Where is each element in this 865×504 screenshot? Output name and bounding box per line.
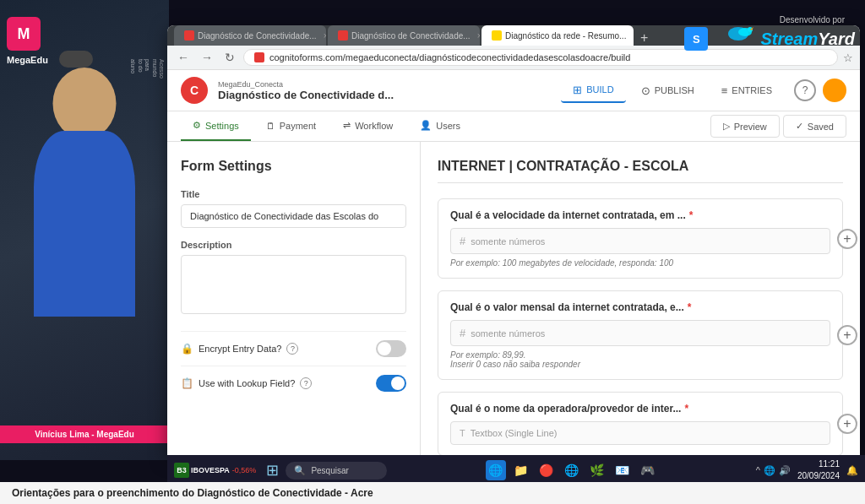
right-panel: INTERNET | CONTRATAÇÃO - ESCOLA Qual é a… <box>421 142 860 456</box>
app-nav-tabs: ⊞ BUILD ⊙ PUBLISH ≡ ENTRIES <box>561 79 784 103</box>
browser-tab-3[interactable]: Diagnóstico da rede - Resumo... × <box>481 25 634 46</box>
tab-2-label: Diagnóstico de Conectividade... <box>351 31 471 41</box>
title-input[interactable] <box>181 204 406 228</box>
nav-tab-publish[interactable]: ⊙ PUBLISH <box>629 79 706 102</box>
taskbar-search[interactable]: 🔍 Pesquisar <box>286 462 387 480</box>
new-tab-button[interactable]: + <box>635 30 653 46</box>
taskbar-icon-5[interactable]: 🌿 <box>587 460 607 480</box>
left-panel: Form Settings Title Description 🔒 Encryp… <box>167 142 421 456</box>
description-label: Description <box>181 240 406 250</box>
volume-icon[interactable]: 🔊 <box>779 465 791 476</box>
bottom-caption: Orientações para o preenchimento do Diag… <box>0 482 865 504</box>
network-icon[interactable]: 🌐 <box>764 465 775 476</box>
add-button-3[interactable]: + <box>837 414 857 434</box>
taskbar-icon-2[interactable]: 📁 <box>511 460 531 480</box>
sub-nav-settings[interactable]: ⚙ Settings <box>181 111 251 141</box>
presenter-name: Vinícius Lima - MegaEdu <box>0 425 169 443</box>
forward-button[interactable]: → <box>198 49 216 66</box>
tab-favicon-2 <box>338 30 348 41</box>
settings-label: Settings <box>205 121 239 131</box>
preview-label: Preview <box>734 122 767 132</box>
taskbar-icon-7[interactable]: 🎮 <box>638 460 658 480</box>
browser-window: Diagnóstico de Conectividade... × Diagnó… <box>167 25 860 456</box>
taskbar-icon-3[interactable]: 🔴 <box>536 460 557 480</box>
developed-by-text: Desenvolvido por <box>780 15 845 24</box>
app-subtitle: MegaEdu_Conecta <box>218 80 551 89</box>
lookup-toggle[interactable] <box>376 375 406 392</box>
webcam-area: M MegaEdu Acessomundoparato doaluno Viní… <box>0 0 169 460</box>
preview-button[interactable]: ▷ Preview <box>710 115 780 138</box>
mega-edu-overlay: M MegaEdu <box>7 17 48 66</box>
refresh-button[interactable]: ↻ <box>221 49 238 66</box>
tab-2-close[interactable]: × <box>477 31 480 41</box>
bookmark-icon[interactable]: ☆ <box>843 51 853 64</box>
app-logo: C <box>181 77 208 104</box>
chevron-icon[interactable]: ^ <box>756 465 760 475</box>
question-1-label: Qual é a velocidade da internet contrata… <box>450 209 830 221</box>
search-icon: 🔍 <box>294 465 306 476</box>
taskbar-icon-1[interactable]: 🌐 <box>486 460 506 480</box>
saved-icon: ✓ <box>796 121 803 132</box>
browser-tab-1[interactable]: Diagnóstico de Conectividade... × <box>174 25 326 46</box>
encrypt-toggle[interactable] <box>376 340 406 357</box>
encrypt-row: 🔒 Encrypt Entry Data? ? <box>181 331 406 366</box>
taskbar-time: 11:21 20/09/2024 <box>797 458 840 482</box>
system-icons: ^ 🌐 🔊 <box>756 465 791 476</box>
entries-icon: ≡ <box>721 84 728 97</box>
help-button[interactable]: ? <box>794 79 816 101</box>
encrypt-help-icon[interactable]: ? <box>286 343 298 355</box>
saved-label: Saved <box>808 122 834 132</box>
streamyard-text: StreamYard <box>760 30 855 49</box>
app-header: C MegaEdu_Conecta Diagnóstico de Conecti… <box>167 70 860 111</box>
question-2-label: Qual é o valor mensal da internet contra… <box>450 301 830 313</box>
sub-nav-workflow[interactable]: ⇌ Workflow <box>331 111 405 141</box>
tab-3-label: Diagnóstico da rede - Resumo... <box>505 31 626 41</box>
sub-nav-users[interactable]: 👤 Users <box>408 111 472 141</box>
caption-text: Orientações para o preenchimento do Diag… <box>12 487 373 499</box>
description-input[interactable] <box>181 255 406 314</box>
taskbar-icon-4[interactable]: 🌐 <box>562 460 582 480</box>
question-1-input[interactable]: # somente números <box>450 228 830 254</box>
build-label: BUILD <box>586 84 613 95</box>
publish-icon: ⊙ <box>641 84 650 97</box>
back-button[interactable]: ← <box>174 49 193 66</box>
tab-1-close[interactable]: × <box>324 31 326 41</box>
tab-3-close[interactable]: × <box>633 31 634 41</box>
add-button-1[interactable]: + <box>837 229 857 249</box>
tab-favicon-1 <box>184 30 194 41</box>
stock-change: -0,56% <box>232 466 257 474</box>
saved-button[interactable]: ✓ Saved <box>783 115 846 138</box>
question-2-hint: Por exemplo: 89,99. Inserir 0 caso não s… <box>450 350 830 369</box>
question-2-input[interactable]: # somente números <box>450 320 830 346</box>
lookup-row: 📋 Use with Lookup Field? ? <box>181 366 406 400</box>
sub-nav: ⚙ Settings 🗒 Payment ⇌ Workflow 👤 Users … <box>167 111 860 142</box>
user-avatar[interactable] <box>823 79 846 102</box>
lookup-help-icon[interactable]: ? <box>300 377 312 389</box>
bird-icon <box>713 25 755 51</box>
stock-name: IBOVESPA <box>191 466 230 474</box>
windows-start-button[interactable]: ⊞ <box>266 461 279 480</box>
section-title: INTERNET | CONTRATAÇÃO - ESCOLA <box>438 159 843 183</box>
workflow-icon: ⇌ <box>343 120 351 131</box>
stock-ticker: IBOVESPA -0,56% <box>191 466 256 474</box>
hash-icon-1: # <box>460 235 465 247</box>
search-text: Pesquisar <box>311 466 348 475</box>
nav-tab-entries[interactable]: ≡ ENTRIES <box>710 79 784 102</box>
main-content: Form Settings Title Description 🔒 Encryp… <box>167 142 860 456</box>
streamyard-icon: S <box>684 27 708 51</box>
hash-icon-2: # <box>460 327 465 339</box>
panel-title: Form Settings <box>181 159 406 174</box>
notification-icon[interactable]: 🔔 <box>846 465 858 476</box>
webcam-video: M MegaEdu Acessomundoparato doaluno Viní… <box>0 0 169 460</box>
question-3-input[interactable]: T Textbox (Single Line) <box>450 421 830 445</box>
publish-label: PUBLISH <box>655 85 694 95</box>
browser-tab-2[interactable]: Diagnóstico de Conectividade... × <box>328 25 480 46</box>
sub-nav-payment[interactable]: 🗒 Payment <box>254 112 328 141</box>
add-button-2[interactable]: + <box>837 325 857 345</box>
entries-label: ENTRIES <box>732 85 772 95</box>
payment-label: Payment <box>280 121 316 131</box>
nav-tab-build[interactable]: ⊞ BUILD <box>561 79 625 103</box>
mega-edu-text: MegaEdu <box>7 54 48 66</box>
sidebar-text: Acessomundoparato doaluno <box>129 59 165 79</box>
taskbar-icon-6[interactable]: 📧 <box>612 460 633 480</box>
